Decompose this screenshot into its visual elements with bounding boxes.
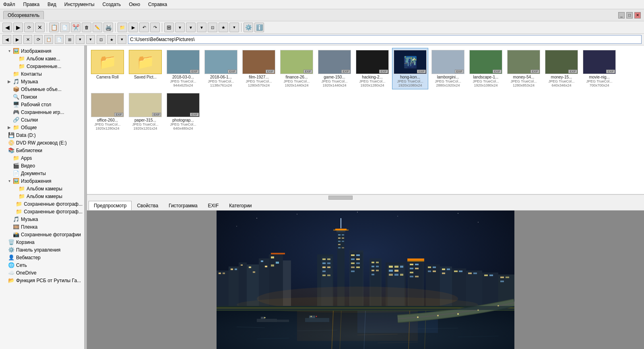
sidebar-item-libraries[interactable]: 📚Библиотеки — [0, 147, 84, 154]
refresh-button[interactable]: ⟳ — [24, 23, 34, 32]
cut-button[interactable]: ✂️ — [71, 23, 80, 32]
bottom-tab-гистограмма[interactable]: Гистограмма — [163, 201, 202, 210]
sidebar-item-documents[interactable]: 📄Документы — [0, 169, 84, 177]
expand-icon[interactable]: ▶ — [6, 79, 12, 84]
sidebar-item-album-cam3[interactable]: 📁Альбом камеры — [0, 192, 84, 200]
file-thumb[interactable]: EXIFpaper-315...JPEG TrueCol...1920x1201… — [127, 91, 163, 132]
group-button[interactable]: ▼ — [186, 23, 196, 32]
sidebar-item-film[interactable]: 🎞️Пленка — [0, 223, 84, 231]
sidebar-item-video[interactable]: 🎬Видео — [0, 162, 84, 169]
delete-button[interactable]: 🗑 — [82, 23, 91, 32]
sidebar-item-common[interactable]: ▶📁Общие — [0, 124, 84, 131]
sidebar-item-music2[interactable]: 🎵Музыка — [0, 215, 84, 223]
file-thumb[interactable]: EXIFmovie-nig...JPEG TrueCol...700x700x2… — [581, 48, 617, 89]
menu-item-окно[interactable]: Окно — [127, 1, 142, 8]
rotate-left-button[interactable]: ↶ — [139, 23, 149, 32]
bottom-tab-свойства[interactable]: Свойства — [132, 201, 163, 210]
sidebar-item-saved-games[interactable]: 🎮Сохраненные игр... — [0, 108, 84, 116]
sidebar-item-saved-photos2[interactable]: 📁Сохраненные фотограф... — [0, 208, 84, 215]
addr-forward-button[interactable]: ▶ — [13, 35, 22, 44]
file-thumb[interactable]: EXIF2018-03-0...JPEG TrueCol...944x625x2… — [165, 48, 201, 89]
file-thumb[interactable]: EXIFmoney-15...JPEG TrueCol...640x346x24 — [543, 48, 580, 89]
file-thumb[interactable]: EXIFlandscape-1...JPEG TrueCol...1920x10… — [468, 48, 504, 89]
file-thumb[interactable]: EXIFlamborgini...JPEG TrueCol...2880x192… — [430, 48, 466, 89]
sidebar-item-music[interactable]: ▶🎵Музыка — [0, 78, 84, 85]
file-thumb[interactable]: EXIFhacking-2...JPEG TrueCol...1920x1280… — [354, 48, 390, 89]
addr-filter-button[interactable]: ⊡ — [97, 35, 105, 44]
addr-fav-button[interactable]: ★ — [107, 35, 116, 44]
addr-back-button[interactable]: ◀ — [2, 35, 11, 44]
addr-up-button[interactable]: ✕ — [23, 35, 32, 44]
file-thumb[interactable]: EXIF2018-06-1...JPEG TrueCol...1138x761x… — [203, 48, 239, 89]
fav-dropdown-button[interactable]: ▼ — [229, 23, 239, 32]
file-thumb[interactable]: EXIFphotograp...JPEG TrueCol...640x480x2… — [165, 91, 201, 132]
sidebar-item-onedrive[interactable]: ☁️OneDrive — [0, 269, 84, 277]
file-thumb[interactable]: EXIFoffice-260...JPEG TrueCol...1920x128… — [89, 91, 126, 132]
menu-item-правка[interactable]: Правка — [22, 1, 41, 8]
file-thumb[interactable]: 🌃EXIFhong-kon...JPEG TrueCol...1920x1080… — [392, 48, 428, 89]
rename-button[interactable]: ✏️ — [93, 23, 102, 32]
file-thumb[interactable]: 📁Camera Roll — [89, 48, 126, 89]
menu-item-создать[interactable]: Создать — [101, 1, 123, 8]
addr-view-button[interactable]: ⊞ — [65, 35, 74, 44]
file-thumb[interactable]: 📁Saved Pict... — [127, 48, 163, 89]
view-button[interactable]: ⊞ — [164, 23, 174, 32]
thumbsize-button[interactable]: ⊡ — [208, 23, 217, 32]
title-tab[interactable]: Обозреватель — [3, 11, 44, 19]
sidebar-item-dvd[interactable]: 📀DVD RW дисковод (E:) — [0, 139, 84, 147]
menu-item-инструменты[interactable]: Инструменты — [63, 1, 96, 8]
addr-paste-button[interactable]: 📄 — [55, 35, 64, 44]
copy-button[interactable]: 📋 — [49, 23, 59, 32]
expand-icon[interactable]: ▾ — [6, 179, 12, 183]
paste-button[interactable]: 📄 — [60, 23, 70, 32]
close-button[interactable]: ✕ — [634, 12, 641, 19]
scrollbar-thumb[interactable] — [328, 196, 353, 200]
expand-icon[interactable]: ▾ — [6, 49, 12, 53]
slideshow-button[interactable]: ▶ — [128, 23, 138, 32]
bottom-tab-exif[interactable]: EXIF — [203, 201, 224, 210]
menu-item-вид[interactable]: Вид — [46, 1, 58, 8]
sidebar-item-images[interactable]: ▾🖼️Изображения — [0, 47, 84, 55]
sort-button[interactable]: ▼ — [175, 23, 185, 32]
sidebar-item-images2[interactable]: ▾🖼️Изображения — [0, 177, 84, 185]
sidebar-item-links[interactable]: 🔗Ссылки — [0, 116, 84, 124]
back-button[interactable]: ◀ — [2, 23, 12, 32]
expand-icon[interactable]: ▶ — [6, 125, 12, 130]
addr-drop-button[interactable]: ▼ — [76, 35, 85, 44]
sidebar-item-data-d[interactable]: 💾Data (D:) — [0, 131, 84, 139]
filter-button[interactable]: ▼ — [197, 23, 206, 32]
address-input[interactable] — [128, 35, 642, 44]
file-thumb[interactable]: EXIFmoney-54...JPEG TrueCol...1280x853x2… — [506, 48, 542, 89]
sidebar-item-network[interactable]: 🌐Сеть — [0, 261, 84, 269]
sidebar-item-album-cam2[interactable]: 📁Альбом камеры — [0, 185, 84, 192]
sidebar-item-searches[interactable]: 🔍Поиски — [0, 93, 84, 101]
sidebar-item-3d[interactable]: 📦Объемные объе... — [0, 85, 84, 93]
stop-button[interactable]: ✕ — [35, 23, 45, 32]
addr-sort-button[interactable]: ▼ — [86, 35, 95, 44]
bottom-tab-категории[interactable]: Категории — [224, 201, 257, 210]
forward-button[interactable]: ▶ — [13, 23, 23, 32]
addr-fav-drop[interactable]: ▼ — [118, 35, 126, 44]
rotate-right-button[interactable]: ↷ — [150, 23, 160, 32]
sidebar-item-contacts[interactable]: 📁Контакты — [0, 70, 84, 78]
sidebar-item-rsb[interactable]: 📂Функция РСБ от Рутилы Га... — [0, 277, 84, 284]
file-thumb[interactable]: EXIFfilm-1927...JPEG TrueCol...1280x570x… — [241, 48, 277, 89]
new-folder-button[interactable]: 📁 — [118, 23, 127, 32]
fav-button[interactable]: ★ — [219, 23, 228, 32]
addr-refresh-button[interactable]: ⟳ — [34, 35, 43, 44]
settings-button[interactable]: ⚙️ — [244, 23, 253, 32]
sidebar-item-trash[interactable]: 🗑️Корзина — [0, 238, 84, 246]
minimize-button[interactable]: _ — [618, 12, 625, 19]
sidebar-item-apps[interactable]: 📁Apps — [0, 154, 84, 162]
sidebar-item-saved-photos3[interactable]: 📸Сохраненные фотографии — [0, 231, 84, 238]
addr-copy-button[interactable]: 📋 — [44, 35, 53, 44]
sidebar-item-desktop[interactable]: 🖥️Рабочий стол — [0, 101, 84, 108]
sidebar-item-control-panel[interactable]: ⚙️Панель управления — [0, 246, 84, 254]
sidebar-item-album-cam[interactable]: 📁Альбом каме... — [0, 55, 84, 62]
file-thumb[interactable]: EXIFgame-150...JPEG TrueCol...1920x1440x… — [316, 48, 353, 89]
sidebar-item-saved-photos1[interactable]: 📁Сохраненные фотограф... — [0, 200, 84, 208]
maximize-button[interactable]: □ — [626, 12, 633, 19]
file-thumb[interactable]: EXIFfinance-26...JPEG TrueCol...1920x144… — [279, 48, 315, 89]
menu-item-справка[interactable]: Справка — [147, 1, 169, 8]
menu-item-файл[interactable]: Файл — [2, 1, 17, 8]
